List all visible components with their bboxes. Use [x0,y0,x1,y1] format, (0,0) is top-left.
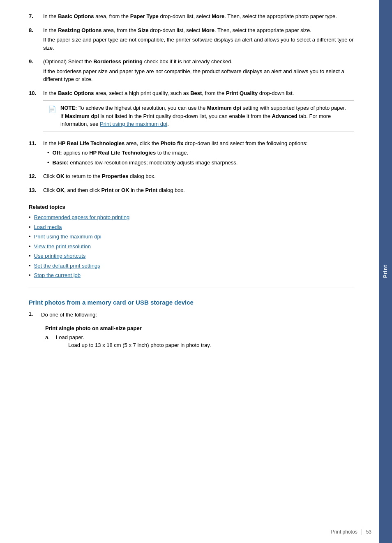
footer-section-label: Print photos [331,529,357,535]
new-section-item-1-content: Do one of the following: Print single ph… [41,311,354,351]
item-9-line1: (Optional) Select the Borderless printin… [43,58,354,66]
right-side-tab: Print [379,0,392,543]
new-section-heading: Print photos from a memory card or USB s… [29,299,354,306]
item-9-num: 9. [29,58,43,85]
bullet-dot-1: • [47,149,49,157]
main-ordered-list: 7. In the Basic Options area, from the P… [29,12,354,196]
bullet-related-7: • [29,271,31,280]
bullet-dot-2: • [47,159,49,167]
new-section-item-1-text: Do one of the following: [41,311,354,319]
bullet-related-5: • [29,252,31,260]
item-8-content: In the Resizing Options area, from the S… [43,26,354,54]
item-10-content: In the Basic Options area, select a high… [43,89,354,135]
item-12-text: Click OK to return to the Properties dia… [43,172,354,180]
item-13-content: Click OK, and then click Print or OK in … [43,186,354,196]
bullet-related-6: • [29,262,31,270]
item-9-content: (Optional) Select the Borderless printin… [43,58,354,85]
related-item-5: • Use printing shortcuts [29,252,354,260]
bullet-off: • Off: applies no HP Real Life Technolog… [47,149,354,157]
related-link-3[interactable]: Print using the maximum dpi [34,233,101,241]
note-link-max-dpi[interactable]: Print using the maximum dpi [100,121,167,127]
footer-page-number: 53 [366,529,371,535]
related-link-7[interactable]: Stop the current job [34,271,81,280]
bullet-basic-text: Basic: enhances low-resolution images; m… [53,159,238,167]
item-8-line1: In the Resizing Options area, from the S… [43,26,354,35]
related-topics-title: Related topics [29,204,354,210]
list-item-7: 7. In the Basic Options area, from the P… [29,12,354,22]
item-10-num: 10. [29,89,43,135]
note-content: NOTE: To achieve the highest dpi resolut… [60,104,349,128]
bullet-related-2: • [29,223,31,231]
related-item-7: • Stop the current job [29,271,354,280]
item-7-num: 7. [29,12,43,22]
related-link-5[interactable]: Use printing shortcuts [34,252,86,260]
item-12-content: Click OK to return to the Properties dia… [43,172,354,182]
bullet-off-text: Off: applies no HP Real Life Technologie… [53,149,188,157]
related-item-1: • Recommended papers for photo printing [29,213,354,222]
footer-bar: Print photos 53 [331,529,371,535]
list-item-12: 12. Click OK to return to the Properties… [29,172,354,182]
item-8-line2: If the paper size and paper type are not… [43,36,354,52]
related-item-4: • View the print resolution [29,243,354,251]
related-link-2[interactable]: Load media [34,223,62,231]
item-8-num: 8. [29,26,43,54]
related-topics-list: • Recommended papers for photo printing … [29,213,354,280]
item-7-text: In the Basic Options area, from the Pape… [43,12,354,21]
list-item-13: 13. Click OK, and then click Print or OK… [29,186,354,196]
alpha-a-label: a. [45,334,54,349]
related-item-6: • Set the default print settings [29,262,354,270]
item-11-num: 11. [29,139,43,169]
alpha-a-content: Load paper. Load up to 13 x 18 cm (5 x 7… [56,334,211,349]
item-13-text: Click OK, and then click Print or OK in … [43,186,354,194]
new-section-item-1-num: 1. [29,311,41,351]
item-9-line2: If the borderless paper size and paper t… [43,67,354,83]
list-item-8: 8. In the Resizing Options area, from th… [29,26,354,54]
alpha-a-indent: Load up to 13 x 18 cm (5 x 7 inch) photo… [56,341,211,349]
related-item-2: • Load media [29,223,354,231]
alpha-a-text: Load paper. [56,334,84,340]
item-12-num: 12. [29,172,43,182]
related-topics-section: Related topics • Recommended papers for … [29,204,354,280]
list-item-11: 11. In the HP Real Life Technologies are… [29,139,354,169]
subsection-block: Print single photo on small-size paper a… [41,324,354,349]
note-label: NOTE: [60,105,77,111]
item-11-bullets: • Off: applies no HP Real Life Technolog… [43,149,354,166]
related-link-1[interactable]: Recommended papers for photo printing [34,213,130,222]
right-tab-label: Print [383,265,388,278]
related-item-3: • Print using the maximum dpi [29,233,354,241]
item-13-num: 13. [29,186,43,196]
list-item-10: 10. In the Basic Options area, select a … [29,89,354,135]
bullet-related-1: • [29,213,31,222]
item-7-content: In the Basic Options area, from the Pape… [43,12,354,22]
list-item-9: 9. (Optional) Select the Borderless prin… [29,58,354,85]
related-link-6[interactable]: Set the default print settings [34,262,100,270]
related-link-4[interactable]: View the print resolution [34,243,91,251]
footer-divider [362,529,362,535]
bullet-related-3: • [29,233,31,241]
item-10-line1: In the Basic Options area, select a high… [43,89,354,97]
note-text: To achieve the highest dpi resolution, y… [60,105,346,127]
new-section-list: 1. Do one of the following: Print single… [29,311,354,351]
note-box: 📄 NOTE: To achieve the highest dpi resol… [43,100,354,132]
alpha-a-item: a. Load paper. Load up to 13 x 18 cm (5 … [45,334,354,349]
bullet-related-4: • [29,243,31,251]
note-icon: 📄 [48,104,56,128]
new-section-item-1: 1. Do one of the following: Print single… [29,311,354,351]
bullet-basic: • Basic: enhances low-resolution images;… [47,159,354,167]
subsection-heading: Print single photo on small-size paper [45,324,354,333]
section-divider [29,287,354,287]
item-11-line1: In the HP Real Life Technologies area, c… [43,139,354,148]
item-11-content: In the HP Real Life Technologies area, c… [43,139,354,169]
